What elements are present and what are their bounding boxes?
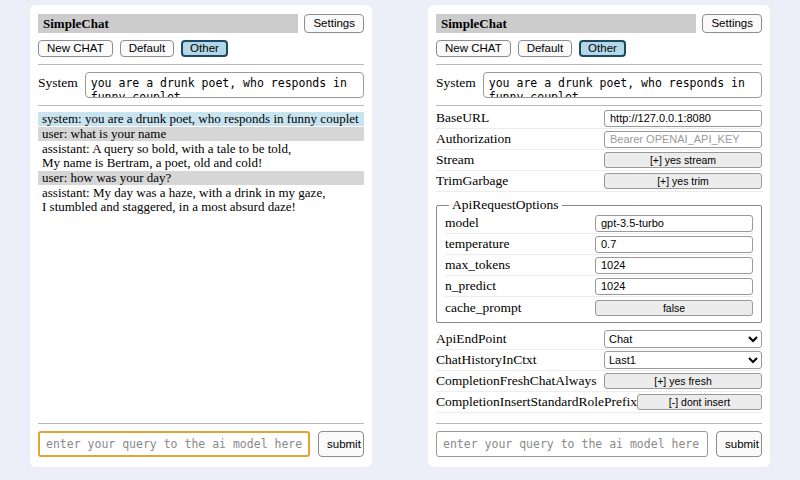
setting-row-baseurl: BaseURL	[436, 108, 762, 129]
submit-button[interactable]: submit	[318, 431, 364, 457]
stream-toggle-button[interactable]: [+] yes stream	[604, 152, 762, 168]
chat-history-label: ChatHistoryInCtxt	[436, 352, 604, 368]
temperature-label: temperature	[445, 236, 595, 252]
insert-role-prefix-label: CompletionInsertStandardRolePrefix	[436, 394, 637, 410]
max-tokens-input[interactable]	[595, 257, 753, 274]
tab-other-session[interactable]: Other	[181, 40, 228, 57]
api-endpoint-label: ApiEndPoint	[436, 331, 604, 347]
system-prompt-label: System	[436, 72, 476, 91]
divider	[436, 105, 762, 106]
titlebar: SimpleChat Settings	[38, 14, 364, 33]
chat-message-user: user: what is your name	[38, 127, 364, 141]
chat-message-assistant: assistant: A query so bold, with a tale …	[38, 142, 364, 170]
settings-list: BaseURL Authorization Stream [+] yes str…	[436, 108, 762, 413]
trimgarbage-label: TrimGarbage	[436, 173, 604, 189]
baseurl-label: BaseURL	[436, 110, 604, 126]
divider	[38, 423, 364, 424]
api-endpoint-select[interactable]: Chat	[604, 330, 762, 348]
settings-button[interactable]: Settings	[304, 14, 364, 33]
chat-messages: system: you are a drunk poet, who respon…	[38, 112, 364, 215]
stream-label: Stream	[436, 152, 604, 168]
authorization-label: Authorization	[436, 131, 604, 147]
settings-button[interactable]: Settings	[702, 14, 762, 33]
baseurl-input[interactable]	[604, 110, 762, 127]
new-chat-button[interactable]: New CHAT	[436, 40, 511, 57]
completion-fresh-toggle-button[interactable]: [+] yes fresh	[604, 373, 762, 389]
app-title: SimpleChat	[38, 14, 298, 33]
query-input[interactable]	[436, 431, 708, 457]
n-predict-label: n_predict	[445, 278, 595, 294]
query-row: submit	[38, 431, 364, 457]
model-input[interactable]	[595, 215, 753, 232]
tab-default-session[interactable]: Default	[120, 40, 174, 57]
setting-row-stream: Stream [+] yes stream	[436, 150, 762, 171]
divider	[38, 64, 364, 65]
model-label: model	[445, 215, 595, 231]
spacer	[436, 413, 762, 416]
divider	[38, 105, 364, 106]
new-chat-button[interactable]: New CHAT	[38, 40, 113, 57]
session-tabs: New CHAT Default Other	[38, 40, 364, 57]
setting-row-max-tokens: max_tokens	[445, 255, 753, 276]
temperature-input[interactable]	[595, 236, 753, 253]
chat-message-system: system: you are a drunk poet, who respon…	[38, 112, 364, 126]
api-request-options-group: ApiRequestOptions model temperature max_…	[436, 197, 762, 323]
insert-role-prefix-toggle-button[interactable]: [-] dont insert	[637, 394, 762, 410]
setting-row-n-predict: n_predict	[445, 276, 753, 297]
cache-prompt-toggle-button[interactable]: false	[595, 300, 753, 316]
system-prompt-input[interactable]: you are a drunk poet, who responds in fu…	[85, 72, 364, 98]
chat-message-user: user: how was your day?	[38, 171, 364, 185]
spacer	[38, 215, 364, 416]
query-row: submit	[436, 431, 762, 457]
tab-default-session[interactable]: Default	[518, 40, 572, 57]
chat-view-panel: SimpleChat Settings New CHAT Default Oth…	[30, 5, 372, 467]
cache-prompt-label: cache_prompt	[445, 300, 595, 316]
n-predict-input[interactable]	[595, 278, 753, 295]
divider	[436, 64, 762, 65]
setting-row-completion-fresh: CompletionFreshChatAlways [+] yes fresh	[436, 371, 762, 392]
divider	[436, 423, 762, 424]
query-input[interactable]	[38, 431, 310, 457]
setting-row-authorization: Authorization	[436, 129, 762, 150]
setting-row-chat-history: ChatHistoryInCtxt Last1	[436, 350, 762, 371]
system-prompt-input[interactable]: you are a drunk poet, who responds in fu…	[483, 72, 762, 98]
chat-message-assistant: assistant: My day was a haze, with a dri…	[38, 186, 364, 214]
titlebar: SimpleChat Settings	[436, 14, 762, 33]
setting-row-temperature: temperature	[445, 234, 753, 255]
setting-row-cache-prompt: cache_prompt false	[445, 297, 753, 318]
system-prompt-row: System you are a drunk poet, who respond…	[436, 72, 762, 98]
trim-garbage-toggle-button[interactable]: [+] yes trim	[604, 173, 762, 189]
tab-other-session[interactable]: Other	[579, 40, 626, 57]
setting-row-api-endpoint: ApiEndPoint Chat	[436, 329, 762, 350]
session-tabs: New CHAT Default Other	[436, 40, 762, 57]
max-tokens-label: max_tokens	[445, 257, 595, 273]
settings-view-panel: SimpleChat Settings New CHAT Default Oth…	[428, 5, 770, 467]
system-prompt-row: System you are a drunk poet, who respond…	[38, 72, 364, 98]
setting-row-insert-role-prefix: CompletionInsertStandardRolePrefix [-] d…	[436, 392, 762, 413]
chat-history-in-ctxt-select[interactable]: Last1	[604, 351, 762, 369]
submit-button[interactable]: submit	[716, 431, 762, 457]
completion-fresh-label: CompletionFreshChatAlways	[436, 373, 604, 389]
api-request-options-legend: ApiRequestOptions	[449, 197, 562, 213]
authorization-input[interactable]	[604, 131, 762, 148]
setting-row-trimgarbage: TrimGarbage [+] yes trim	[436, 171, 762, 192]
system-prompt-label: System	[38, 72, 78, 91]
setting-row-model: model	[445, 213, 753, 234]
app-title: SimpleChat	[436, 14, 696, 33]
